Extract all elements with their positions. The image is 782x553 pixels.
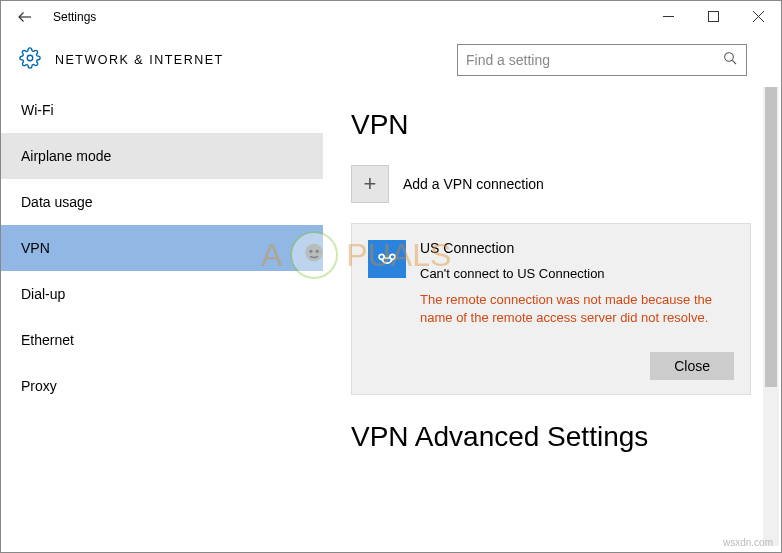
svg-point-4	[27, 55, 33, 61]
sidebar-item-ethernet[interactable]: Ethernet	[1, 317, 323, 363]
sidebar-item-wifi[interactable]: Wi-Fi	[1, 87, 323, 133]
close-button[interactable]	[736, 1, 781, 33]
advanced-settings-heading: VPN Advanced Settings	[351, 421, 751, 453]
sidebar-item-proxy[interactable]: Proxy	[1, 363, 323, 409]
sidebar-item-dial-up[interactable]: Dial-up	[1, 271, 323, 317]
sidebar-item-label: Ethernet	[21, 332, 74, 348]
svg-rect-1	[709, 12, 719, 22]
page-category-title: NETWORK & INTERNET	[55, 53, 224, 67]
sidebar-item-label: Airplane mode	[21, 148, 111, 164]
arrow-left-icon	[16, 8, 34, 26]
svg-point-8	[390, 254, 395, 259]
maximize-icon	[708, 11, 719, 22]
sidebar-item-vpn[interactable]: VPN	[1, 225, 323, 271]
svg-point-5	[725, 53, 734, 62]
vpn-connection-status: Can't connect to US Connection	[420, 266, 720, 281]
sidebar: Wi-Fi Airplane mode Data usage VPN Dial-…	[1, 87, 323, 552]
search-box[interactable]	[457, 44, 747, 76]
sidebar-item-label: Proxy	[21, 378, 57, 394]
sidebar-item-label: VPN	[21, 240, 50, 256]
source-mark: wsxdn.com	[723, 537, 773, 548]
back-button[interactable]	[1, 1, 49, 33]
gear-icon	[19, 47, 41, 73]
vpn-connection-error: The remote connection was not made becau…	[420, 291, 720, 326]
minimize-button[interactable]	[646, 1, 691, 33]
sidebar-item-data-usage[interactable]: Data usage	[1, 179, 323, 225]
main-panel: VPN + Add a VPN connection US Connection…	[323, 87, 781, 552]
page-title: VPN	[351, 109, 751, 141]
sidebar-item-label: Wi-Fi	[21, 102, 54, 118]
search-icon[interactable]	[722, 50, 738, 70]
vertical-scrollbar[interactable]	[763, 87, 779, 546]
sidebar-item-label: Dial-up	[21, 286, 65, 302]
header: NETWORK & INTERNET	[1, 33, 781, 87]
vpn-connection-name: US Connection	[420, 240, 720, 256]
close-button[interactable]: Close	[650, 352, 734, 380]
add-vpn-label: Add a VPN connection	[403, 176, 544, 192]
svg-point-7	[379, 254, 384, 259]
scrollbar-thumb[interactable]	[765, 87, 777, 387]
close-icon	[753, 11, 764, 22]
svg-line-6	[732, 60, 736, 64]
vpn-icon	[368, 240, 406, 278]
sidebar-item-airplane-mode[interactable]: Airplane mode	[1, 133, 323, 179]
plus-icon: +	[351, 165, 389, 203]
minimize-icon	[663, 11, 674, 22]
add-vpn-connection[interactable]: + Add a VPN connection	[351, 159, 751, 209]
title-bar: Settings	[1, 1, 781, 33]
sidebar-item-label: Data usage	[21, 194, 93, 210]
search-input[interactable]	[466, 52, 716, 68]
maximize-button[interactable]	[691, 1, 736, 33]
vpn-connection-card[interactable]: US Connection Can't connect to US Connec…	[351, 223, 751, 395]
window-title: Settings	[53, 10, 96, 24]
